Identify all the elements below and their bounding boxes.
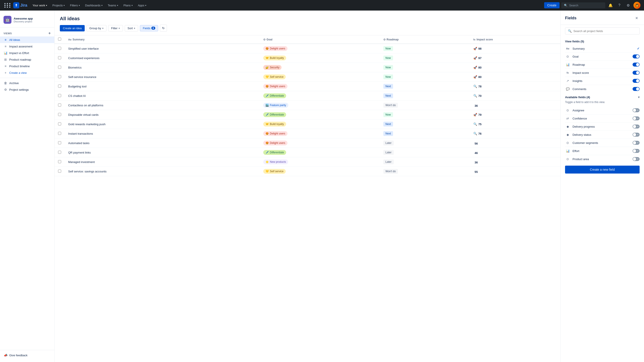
row-roadmap-cell[interactable]: Now (380, 63, 470, 72)
nav-create-button[interactable]: Create (544, 2, 560, 8)
sidebar-item-give-feedback[interactable]: 📣 Give feedback (0, 352, 54, 359)
row-goal-tag[interactable]: 🖊️ Differentiate (263, 93, 286, 98)
row-checkbox[interactable] (58, 94, 61, 97)
row-roadmap-badge[interactable]: Won't do (383, 169, 398, 174)
row-roadmap-cell[interactable]: Now (380, 44, 470, 53)
row-roadmap-cell[interactable]: Won't do (380, 167, 470, 176)
row-roadmap-cell[interactable]: Later (380, 157, 470, 167)
row-goal-cell[interactable]: 😍 Delight users (260, 44, 380, 53)
row-roadmap-badge[interactable]: Later (383, 141, 394, 145)
row-goal-tag[interactable]: 🏙️ Feature parity (263, 103, 288, 108)
row-checkbox[interactable] (58, 56, 61, 59)
row-summary-cell[interactable]: Disposable virtual cards (65, 110, 260, 120)
row-roadmap-badge[interactable]: Now (383, 112, 393, 117)
row-goal-tag[interactable]: 🤝 Build loyalty (263, 56, 286, 60)
nav-plans[interactable]: Plans ▾ (122, 3, 134, 8)
row-checkbox[interactable] (58, 122, 61, 125)
row-goal-cell[interactable]: 💛 Self service (260, 167, 380, 176)
row-summary-cell[interactable]: Simplified user interface (65, 44, 260, 53)
effort-toggle[interactable] (632, 149, 640, 153)
row-goal-tag[interactable]: 💛 Self service (263, 74, 286, 79)
available-fields-collapse[interactable]: ▾ (638, 96, 640, 99)
row-checkbox[interactable] (58, 141, 61, 144)
row-summary-cell[interactable]: QR payment links (65, 148, 260, 157)
row-goal-cell[interactable]: 🤝 Build loyalty (260, 53, 380, 63)
row-roadmap-cell[interactable]: Next (380, 129, 470, 138)
row-roadmap-cell[interactable]: Now (380, 72, 470, 82)
nav-logo[interactable]: Jira (4, 2, 27, 8)
row-summary-cell[interactable]: Contactless on all platforms (65, 101, 260, 110)
row-goal-cell[interactable]: 🔐 Security (260, 63, 380, 72)
notifications-button[interactable]: 🔔 (607, 2, 614, 9)
row-roadmap-badge[interactable]: Now (383, 74, 393, 79)
row-goal-tag[interactable]: 💛 Self service (263, 169, 286, 174)
help-button[interactable]: ? (616, 2, 623, 9)
delivery-progress-toggle[interactable] (632, 125, 640, 129)
assignee-toggle[interactable] (632, 108, 640, 112)
user-avatar[interactable]: 👩 (634, 2, 640, 9)
row-roadmap-cell[interactable]: Later (380, 148, 470, 157)
row-roadmap-cell[interactable]: Next (380, 91, 470, 101)
col-goal-header[interactable]: ⊙ Goal (260, 35, 380, 44)
nav-filters[interactable]: Filters ▾ (68, 3, 82, 8)
row-checkbox[interactable] (58, 151, 61, 154)
sidebar-item-all-ideas[interactable]: ≡ All ideas (0, 36, 54, 43)
row-goal-cell[interactable]: 🖊️ Differentiate (260, 148, 380, 157)
row-goal-tag[interactable]: 🤝 Build loyalty (263, 122, 286, 127)
nav-search[interactable]: 🔍 Search (561, 2, 605, 8)
row-goal-cell[interactable]: 🤝 Build loyalty (260, 120, 380, 129)
row-roadmap-badge[interactable]: Later (383, 160, 394, 164)
nav-apps[interactable]: Apps ▾ (136, 3, 148, 8)
row-goal-tag[interactable]: 😍 Delight users (263, 84, 288, 89)
delivery-status-toggle[interactable] (632, 133, 640, 137)
row-roadmap-badge[interactable]: Later (383, 150, 394, 155)
comments-toggle[interactable] (632, 87, 640, 91)
nav-dashboards[interactable]: Dashboards ▾ (83, 3, 104, 8)
customer-segments-toggle[interactable] (632, 141, 640, 145)
row-goal-cell[interactable]: 🖊️ Differentiate (260, 110, 380, 120)
apps-grid-icon[interactable] (4, 2, 12, 8)
insights-toggle[interactable] (632, 79, 640, 83)
sidebar-item-product-timeline[interactable]: ≡ Product timeline (0, 63, 54, 69)
row-roadmap-badge[interactable]: Now (383, 56, 393, 60)
row-goal-tag[interactable]: 😍 Delight users (263, 46, 288, 51)
row-goal-tag[interactable]: 🖊️ Differentiate (263, 150, 286, 155)
roadmap-toggle[interactable] (632, 63, 640, 67)
fields-close-button[interactable]: ✕ (634, 15, 640, 21)
row-checkbox[interactable] (58, 132, 61, 135)
row-summary-cell[interactable]: Self-service insurance (65, 72, 260, 82)
row-goal-tag[interactable]: 🔐 Security (263, 65, 282, 70)
goal-toggle[interactable] (632, 54, 640, 58)
sidebar-item-impact-effort[interactable]: 📊 Impact vs Effort (0, 50, 54, 56)
row-summary-cell[interactable]: CS chatbot AI (65, 91, 260, 101)
row-summary-cell[interactable]: Budgeting tool (65, 82, 260, 91)
row-roadmap-cell[interactable]: Later (380, 138, 470, 148)
jira-logo[interactable]: Jira (13, 2, 27, 8)
nav-teams[interactable]: Teams ▾ (106, 3, 120, 8)
row-goal-cell[interactable]: 😍 Delight users (260, 129, 380, 138)
sidebar-project[interactable]: 🤖 Awesome app Discovery project (0, 14, 54, 27)
row-goal-cell[interactable]: 😍 Delight users (260, 138, 380, 148)
group-by-button[interactable]: Group by + (86, 25, 106, 31)
row-summary-cell[interactable]: Gold rewards marketing push (65, 120, 260, 129)
row-roadmap-badge[interactable]: Next (383, 122, 393, 127)
select-all-checkbox[interactable] (58, 37, 61, 41)
row-summary-cell[interactable]: Customised experiences (65, 53, 260, 63)
row-summary-cell[interactable]: Automated tasks (65, 138, 260, 148)
row-roadmap-cell[interactable]: Won't do (380, 101, 470, 110)
row-checkbox[interactable] (58, 75, 61, 78)
row-goal-cell[interactable]: 🌟 New products (260, 157, 380, 167)
filter-button[interactable]: Filter + (108, 25, 123, 31)
product-area-toggle[interactable] (632, 157, 640, 161)
create-new-field-button[interactable]: Create a new field (565, 166, 640, 174)
row-goal-tag[interactable]: 🖊️ Differentiate (263, 112, 286, 117)
sidebar-item-project-settings[interactable]: ⚙ Project settings (0, 86, 54, 93)
row-checkbox[interactable] (58, 103, 61, 107)
col-roadmap-header[interactable]: ⊙ Roadmap (380, 35, 470, 44)
row-checkbox[interactable] (58, 170, 61, 173)
row-checkbox[interactable] (58, 47, 61, 50)
row-goal-cell[interactable]: 🖊️ Differentiate (260, 91, 380, 101)
nav-your-work[interactable]: Your work ▾ (31, 3, 49, 8)
sidebar-item-impact-assessment[interactable]: ≡ Impact assesment (0, 43, 54, 50)
sort-button[interactable]: Sort + (125, 25, 138, 31)
